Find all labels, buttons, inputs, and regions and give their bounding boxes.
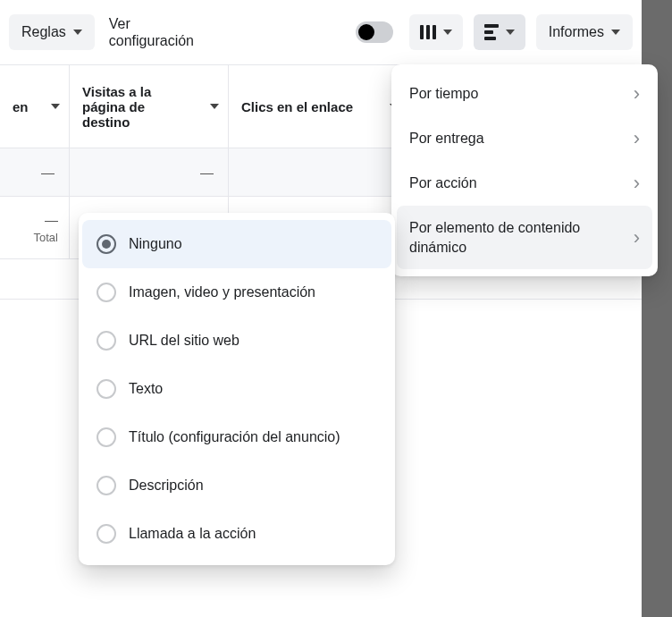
toggle-track [356, 21, 393, 43]
sort-caret-icon [210, 104, 219, 109]
rules-label: Reglas [21, 24, 66, 40]
toggle-switch[interactable] [350, 14, 399, 50]
dynamic-content-submenu: NingunoImagen, video y presentaciónURL d… [79, 213, 395, 565]
radio-label: Llamada a la acción [129, 526, 256, 542]
columns-button[interactable] [409, 14, 463, 50]
caret-down-icon [73, 30, 82, 35]
chevron-right-icon: › [634, 173, 640, 193]
radio-icon [97, 427, 116, 447]
toolbar: Reglas Ver configuración [0, 0, 642, 64]
radio-option[interactable]: Descripción [82, 461, 391, 510]
ads-manager-view: Reglas Ver configuración [0, 0, 642, 617]
chevron-right-icon: › [634, 84, 640, 104]
caret-down-icon [611, 30, 620, 35]
cell-value: — [200, 165, 214, 180]
column-label: Visitas a la página de destino [82, 84, 189, 130]
total-dash: — [45, 212, 58, 227]
columns-icon [420, 25, 436, 39]
total-label: Total [34, 231, 58, 244]
breakdown-menu-item[interactable]: Por elemento de contenido dinámico› [397, 206, 652, 269]
radio-icon [97, 524, 116, 544]
column-header[interactable]: Visitas a la página de destino [70, 65, 229, 148]
radio-option[interactable]: Imagen, video y presentación [82, 268, 391, 317]
radio-icon [97, 379, 116, 399]
radio-icon [97, 234, 116, 254]
view-setup-label: Ver configuración [109, 16, 194, 48]
breakdown-menu-label: Por elemento de contenido dinámico [409, 218, 615, 257]
cell [229, 148, 407, 196]
breakdown-icon [484, 24, 499, 40]
cell: — [70, 148, 229, 196]
total-cell: — Total [0, 197, 70, 258]
breakdown-menu: Por tiempo›Por entrega›Por acción›Por el… [391, 64, 658, 276]
radio-label: Ninguno [129, 236, 182, 252]
sort-caret-icon [51, 104, 60, 109]
column-label: en [13, 99, 29, 114]
column-header[interactable]: Clics en el enlace [229, 65, 407, 148]
radio-option[interactable]: Título (configuración del anuncio) [82, 413, 391, 461]
radio-label: Descripción [129, 478, 204, 494]
radio-option[interactable]: URL del sitio web [82, 317, 391, 365]
radio-label: Imagen, video y presentación [129, 284, 315, 300]
radio-label: Texto [129, 381, 163, 397]
radio-label: Título (configuración del anuncio) [129, 429, 340, 445]
breakdown-menu-label: Por acción [409, 173, 477, 193]
cell-value: — [41, 165, 55, 180]
reports-button[interactable]: Informes [536, 14, 633, 50]
radio-option[interactable]: Ninguno [82, 220, 391, 268]
breakdown-menu-label: Por entrega [409, 129, 484, 148]
chevron-right-icon: › [634, 228, 640, 248]
rules-button[interactable]: Reglas [9, 14, 95, 50]
caret-down-icon [506, 30, 515, 35]
cell: — [0, 148, 70, 196]
radio-icon [97, 283, 116, 302]
view-setup-link[interactable]: Ver configuración [105, 15, 197, 49]
breakdown-menu-item[interactable]: Por acción› [397, 161, 652, 206]
breakdown-button[interactable] [474, 14, 525, 50]
reports-label: Informes [549, 24, 604, 40]
breakdown-menu-item[interactable]: Por entrega› [397, 116, 652, 161]
column-header[interactable]: en [0, 65, 70, 148]
breakdown-menu-item[interactable]: Por tiempo› [397, 72, 652, 116]
radio-icon [97, 331, 116, 351]
breakdown-menu-label: Por tiempo [409, 84, 478, 104]
caret-down-icon [443, 30, 452, 35]
chevron-right-icon: › [634, 129, 640, 148]
radio-icon [97, 476, 116, 495]
column-label: Clics en el enlace [241, 99, 353, 114]
radio-option[interactable]: Llamada a la acción [82, 510, 391, 558]
radio-option[interactable]: Texto [82, 365, 391, 413]
radio-label: URL del sitio web [129, 333, 239, 349]
toggle-knob [358, 24, 374, 40]
